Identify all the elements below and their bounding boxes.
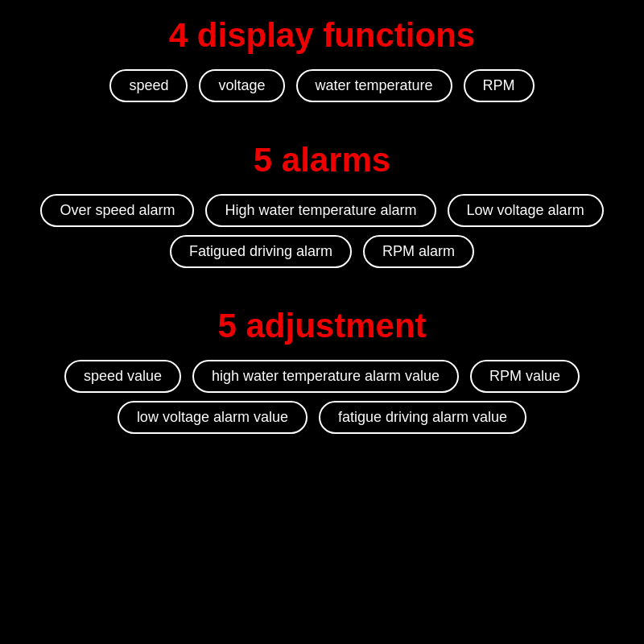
badge-fatigued-driving-alarm: Fatigued driving alarm [170, 235, 352, 268]
badge-voltage: voltage [199, 69, 284, 102]
badge-rpm-alarm: RPM alarm [363, 235, 474, 268]
display-section: 4 display functions speed voltage water … [0, 0, 644, 118]
badge-high-water-temp-alarm: High water temperature alarm [205, 194, 436, 227]
display-badges-row: speed voltage water temperature RPM [16, 69, 628, 102]
alarms-title: 5 alarms [254, 141, 390, 180]
badge-low-voltage-alarm-value: low voltage alarm value [118, 401, 308, 434]
badge-fatigue-driving-alarm-value: fatigue driving alarm value [319, 401, 526, 434]
display-title: 4 display functions [169, 16, 475, 55]
adjustment-title: 5 adjustment [217, 307, 426, 345]
alarms-row2: Fatigued driving alarm RPM alarm [16, 235, 628, 268]
alarms-row1: Over speed alarm High water temperature … [16, 194, 628, 227]
alarms-section: 5 alarms Over speed alarm High water tem… [0, 125, 644, 284]
badge-low-voltage-alarm: Low voltage alarm [448, 194, 604, 227]
badge-high-water-temp-alarm-value: high water temperature alarm value [192, 360, 459, 393]
badge-rpm-value: RPM value [470, 360, 580, 393]
badge-speed: speed [109, 69, 188, 102]
badge-over-speed-alarm: Over speed alarm [40, 194, 194, 227]
badge-speed-value: speed value [64, 360, 181, 393]
adjustment-row2: low voltage alarm value fatigue driving … [16, 401, 628, 434]
badge-rpm: RPM [464, 69, 535, 102]
adjustment-row1: speed value high water temperature alarm… [16, 360, 628, 393]
badge-water-temperature: water temperature [296, 69, 452, 102]
adjustment-section: 5 adjustment speed value high water temp… [0, 291, 644, 450]
